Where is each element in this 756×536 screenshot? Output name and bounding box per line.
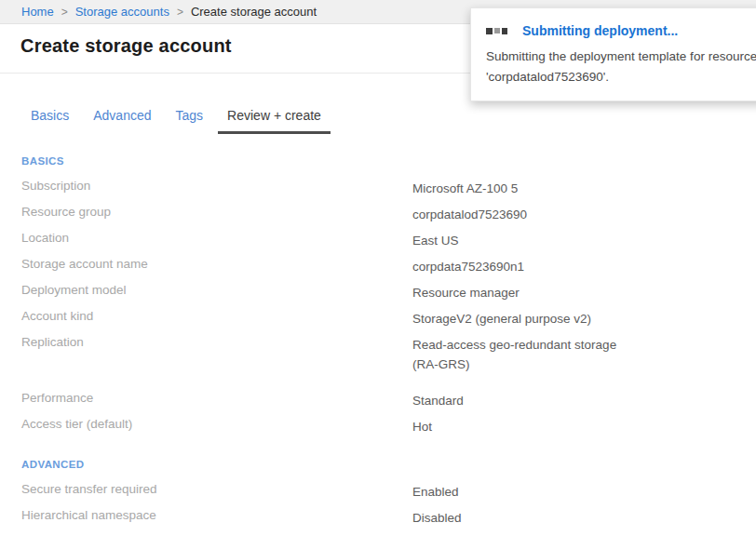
notification-toast[interactable]: Submitting deployment... Submitting the … [470,7,756,101]
tab-advanced[interactable]: Advanced [93,108,151,134]
tab-tags[interactable]: Tags [176,108,204,134]
section-header-advanced: ADVANCED [21,459,756,470]
field-row-replication: Replication Read-access geo-redundant st… [21,329,756,385]
breadcrumb-current-page: Create storage account [191,5,317,19]
notification-message: Submitting the deployment template for r… [486,47,756,87]
notification-header: Submitting deployment... [486,23,756,38]
field-value: Disabled [412,508,462,528]
field-label: Account kind [21,309,412,323]
field-value: StorageV2 (general purpose v2) [412,309,591,328]
field-label: Resource group [21,205,412,219]
field-label: Storage account name [21,257,412,271]
field-row-account-kind: Account kind StorageV2 (general purpose … [21,303,756,329]
field-row-location: Location East US [21,225,756,251]
field-row-access-tier: Access tier (default) Hot [21,411,756,437]
breadcrumb-link-storage-accounts[interactable]: Storage accounts [75,5,169,19]
review-summary: BASICS Subscription Microsoft AZ-100 5 R… [21,155,756,529]
field-row-hierarchical-namespace: Hierarchical namespace Disabled [21,502,756,529]
field-label: Replication [21,335,412,349]
field-label: Location [21,231,412,245]
field-value: Microsoft AZ-100 5 [412,179,518,198]
field-row-deployment-model: Deployment model Resource manager [21,277,756,303]
field-value: corpdatalod7523690 [412,205,527,224]
field-label: Access tier (default) [21,417,412,431]
breadcrumb-link-home[interactable]: Home [21,5,54,19]
field-value: Standard [412,391,464,410]
field-label: Subscription [21,179,412,193]
field-value: corpdata7523690n1 [412,257,524,276]
deployment-blocks-icon [486,28,507,34]
tab-review-create[interactable]: Review + create [218,108,331,134]
field-row-performance: Performance Standard [21,385,756,411]
field-value: East US [412,231,459,250]
field-value: Resource manager [412,283,520,302]
tab-basics[interactable]: Basics [31,108,69,134]
field-label: Secure transfer required [21,482,412,496]
notification-title-link[interactable]: Submitting deployment... [522,23,678,38]
section-header-basics: BASICS [21,155,756,167]
field-label: Performance [21,391,412,405]
field-row-secure-transfer: Secure transfer required Enabled [21,476,756,502]
field-label: Hierarchical namespace [21,508,412,522]
field-value: Read-access geo-redundant storage (RA-GR… [412,335,645,374]
breadcrumb-separator: > [61,6,68,19]
tab-bar: Basics Advanced Tags Review + create [0,108,756,134]
field-label: Deployment model [21,283,412,297]
field-row-storage-account-name: Storage account name corpdata7523690n1 [21,251,756,277]
breadcrumb-separator: > [177,6,183,19]
field-row-subscription: Subscription Microsoft AZ-100 5 [21,173,756,199]
field-value: Hot [412,417,432,436]
field-row-resource-group: Resource group corpdatalod7523690 [21,199,756,225]
field-value: Enabled [412,482,459,502]
